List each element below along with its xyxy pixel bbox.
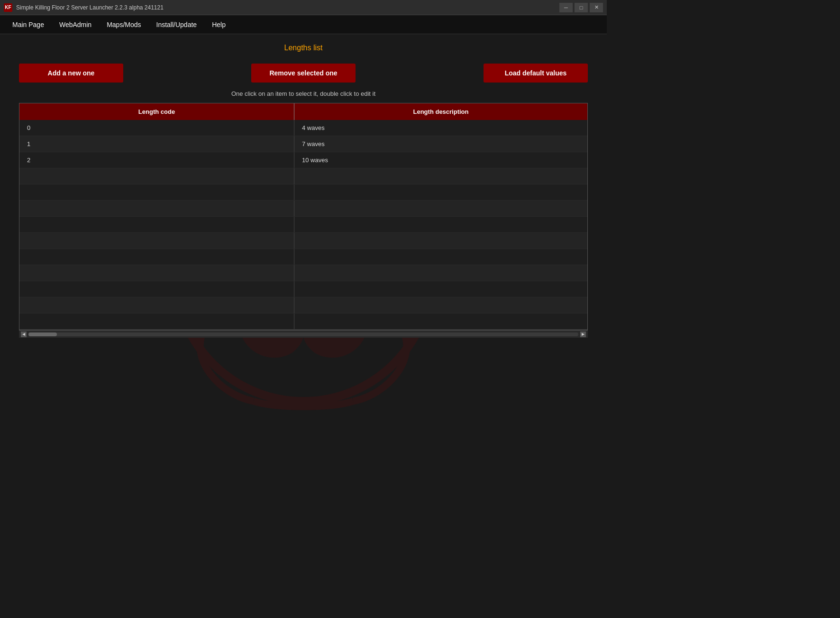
app-icon: KF xyxy=(4,3,12,12)
menu-item-install-update[interactable]: Install/Update xyxy=(149,17,205,32)
menu-item-main-page[interactable]: Main Page xyxy=(5,17,52,32)
cell-empty xyxy=(19,184,294,200)
cell-empty xyxy=(19,217,294,232)
scrollbar-thumb[interactable] xyxy=(28,332,57,336)
cell-empty xyxy=(294,265,587,281)
menu-bar: Main Page WebAdmin Maps/Mods Install/Upd… xyxy=(0,15,607,34)
menu-item-help[interactable]: Help xyxy=(204,17,233,32)
close-button[interactable]: ✕ xyxy=(590,3,603,12)
cell-code-1: 1 xyxy=(19,136,294,152)
cell-empty xyxy=(294,314,587,329)
hint-text: One click on an item to select it, doubl… xyxy=(19,90,588,97)
cell-empty xyxy=(294,249,587,265)
scroll-left-arrow[interactable]: ◀ xyxy=(21,332,27,337)
cell-empty xyxy=(294,168,587,184)
table-row[interactable] xyxy=(19,314,587,330)
title-bar-left: KF Simple Killing Floor 2 Server Launche… xyxy=(4,3,164,12)
cell-code-0: 0 xyxy=(19,120,294,136)
table-row[interactable] xyxy=(19,184,587,201)
maximize-button[interactable]: □ xyxy=(575,3,588,12)
table-row[interactable]: 1 7 waves xyxy=(19,136,587,152)
table-row[interactable] xyxy=(19,297,587,314)
cell-empty xyxy=(294,201,587,216)
cell-empty xyxy=(294,184,587,200)
title-bar-title: Simple Killing Floor 2 Server Launcher 2… xyxy=(16,4,164,11)
page-title: Lengths list xyxy=(19,44,588,52)
table-header: Length code Length description xyxy=(19,103,587,120)
title-bar-controls: ─ □ ✕ xyxy=(559,3,603,12)
cell-empty xyxy=(19,168,294,184)
buttons-row: Add a new one Remove selected one Load d… xyxy=(19,64,588,83)
cell-empty xyxy=(19,281,294,297)
column-header-length-description: Length description xyxy=(294,103,587,120)
cell-empty xyxy=(19,201,294,216)
column-header-length-code: Length code xyxy=(19,103,294,120)
main-content: Lengths list Add a new one Remove select… xyxy=(0,34,607,455)
table-row[interactable] xyxy=(19,281,587,297)
cell-empty xyxy=(294,233,587,249)
table-row[interactable] xyxy=(19,233,587,249)
cell-empty xyxy=(19,233,294,249)
table-row[interactable] xyxy=(19,168,587,184)
table-row[interactable] xyxy=(19,217,587,233)
table-row[interactable] xyxy=(19,249,587,265)
cell-code-2: 2 xyxy=(19,152,294,168)
scroll-right-arrow[interactable]: ▶ xyxy=(580,332,586,337)
table-row[interactable]: 2 10 waves xyxy=(19,152,587,168)
minimize-button[interactable]: ─ xyxy=(559,3,573,12)
remove-selected-button[interactable]: Remove selected one xyxy=(251,64,356,83)
cell-empty xyxy=(294,217,587,232)
table-body: 0 4 waves 1 7 waves 2 10 waves xyxy=(19,120,587,330)
scrollbar-track[interactable] xyxy=(28,332,578,336)
menu-item-webadmin[interactable]: WebAdmin xyxy=(52,17,99,32)
cell-desc-0: 4 waves xyxy=(294,120,587,136)
cell-empty xyxy=(294,281,587,297)
cell-empty xyxy=(19,297,294,313)
load-default-button[interactable]: Load default values xyxy=(484,64,588,83)
cell-desc-2: 10 waves xyxy=(294,152,587,168)
table-row[interactable] xyxy=(19,201,587,217)
table-row[interactable]: 0 4 waves xyxy=(19,120,587,136)
title-bar: KF Simple Killing Floor 2 Server Launche… xyxy=(0,0,607,15)
cell-desc-1: 7 waves xyxy=(294,136,587,152)
cell-empty xyxy=(19,249,294,265)
cell-empty xyxy=(19,265,294,281)
lengths-table: Length code Length description 0 4 waves… xyxy=(19,103,588,330)
cell-empty xyxy=(294,297,587,313)
add-new-button[interactable]: Add a new one xyxy=(19,64,123,83)
table-row[interactable] xyxy=(19,265,587,281)
menu-item-maps-mods[interactable]: Maps/Mods xyxy=(99,17,148,32)
cell-empty xyxy=(19,314,294,329)
horizontal-scrollbar[interactable]: ◀ ▶ xyxy=(19,330,588,338)
